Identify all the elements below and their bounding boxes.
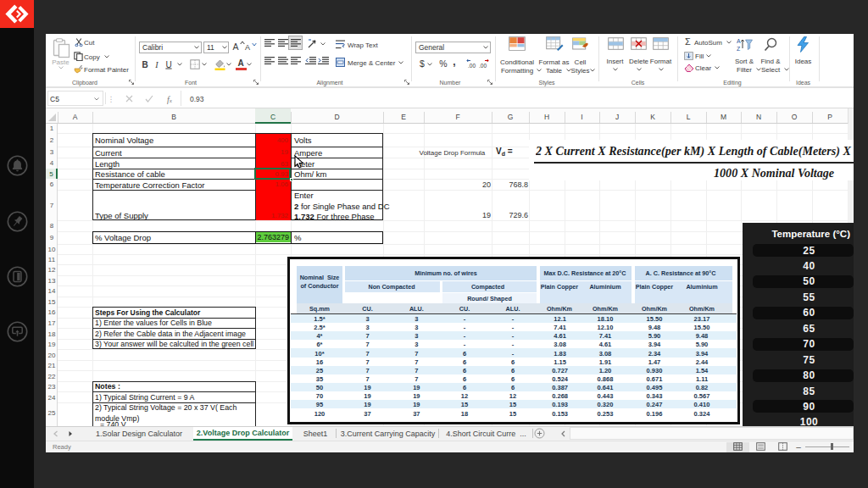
- svg-text:Z: Z: [737, 46, 741, 52]
- svg-text:A: A: [737, 38, 741, 44]
- svg-text:.00: .00: [479, 63, 487, 69]
- svg-text:.00: .00: [468, 63, 476, 69]
